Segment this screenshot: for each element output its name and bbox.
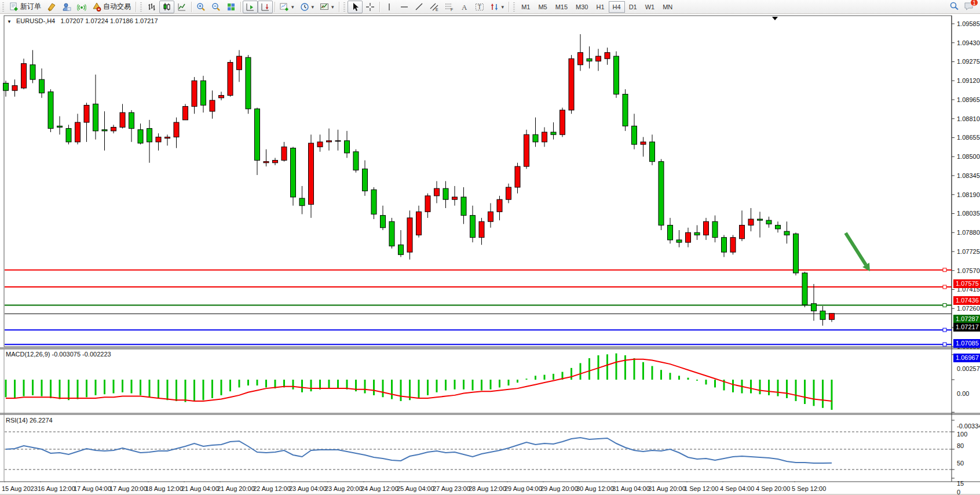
- macd-indicator: [6, 354, 832, 410]
- notification-badge: 1: [970, 0, 978, 6]
- date-tick-label: 27 Aug 23:00: [433, 485, 470, 492]
- date-tick-label: 4 Sep 04:00: [720, 485, 754, 492]
- timeframe-button-m5[interactable]: M5: [534, 1, 551, 13]
- signals-button[interactable]: [74, 1, 89, 13]
- toolbar-separator: [191, 2, 192, 12]
- bar-chart-button[interactable]: [144, 1, 159, 13]
- crosshair-icon: [365, 2, 375, 12]
- zoom-in-icon: [196, 2, 206, 12]
- indicator-axis-label: 80: [957, 442, 964, 449]
- date-tick-label: 17 Aug 20:00: [109, 485, 147, 492]
- indicator-axis-label: 100: [957, 431, 967, 438]
- date-tick-label: 16 Aug 12:00: [38, 485, 75, 492]
- timeframe-button-h4[interactable]: H4: [609, 1, 625, 13]
- autotrading-button[interactable]: 自动交易: [89, 1, 134, 13]
- timeframe-button-m1[interactable]: M1: [517, 1, 534, 13]
- auto-scroll-icon: [246, 2, 255, 12]
- metaeditor-icon: [47, 2, 56, 12]
- notifications-button[interactable]: 1: [964, 1, 974, 13]
- price-level-badge: 1.07287: [953, 315, 980, 323]
- metaeditor-button[interactable]: [44, 1, 59, 13]
- price-level-badge: 1.07085: [953, 339, 980, 348]
- toolbar-grip[interactable]: [140, 2, 142, 12]
- chart-shift-button[interactable]: [258, 1, 273, 13]
- toolbar-separator: [339, 2, 339, 12]
- signals-icon: [77, 2, 86, 12]
- timeframe-button-m30[interactable]: M30: [572, 1, 592, 13]
- timeframe-button-w1[interactable]: W1: [641, 1, 659, 13]
- fibonacci-button[interactable]: F: [442, 1, 457, 13]
- price-tick-label: 1.08035: [957, 210, 980, 217]
- zoom-in-button[interactable]: [193, 1, 209, 13]
- price-tick-label: 1.08345: [957, 172, 980, 179]
- chart-window[interactable]: ▼ EURUSD-,H4 1.07207 1.07224 1.07186 1.0…: [0, 14, 980, 495]
- community-button[interactable]: [59, 1, 74, 13]
- price-tick-label: 1.08190: [957, 191, 980, 198]
- symbol-dropdown-icon[interactable]: ▼: [7, 19, 12, 24]
- ohlc-values: 1.07207 1.07224 1.07186 1.07217: [60, 17, 158, 24]
- auto-scroll-button[interactable]: [243, 1, 258, 13]
- search-icon[interactable]: [949, 1, 959, 13]
- indicators-button[interactable]: ▾: [277, 1, 297, 13]
- price-tick-label: 1.07880: [957, 229, 980, 236]
- toolbar-separator: [240, 2, 241, 12]
- indicators-icon: [280, 2, 289, 12]
- arrows-icon: [490, 2, 499, 12]
- price-level-badge: 1.06967: [953, 354, 980, 362]
- price-tick-label: 1.07725: [957, 248, 980, 255]
- price-tick-label: 1.08655: [957, 134, 980, 141]
- svg-text:E: E: [436, 8, 438, 12]
- dropdown-caret: ▾: [312, 4, 315, 10]
- timeframe-button-m15[interactable]: M15: [551, 1, 572, 13]
- new-order-button[interactable]: 新订单: [6, 1, 44, 13]
- price-level-badge: 1.07217: [953, 323, 980, 332]
- autotrading-icon: [92, 2, 101, 12]
- cursor-button[interactable]: [348, 1, 363, 13]
- price-level-badge: 1.07575: [953, 279, 980, 288]
- timeframe-button-d1[interactable]: D1: [625, 1, 641, 13]
- price-tick-label: 1.09585: [957, 20, 980, 27]
- vertical-line-button[interactable]: [382, 1, 397, 13]
- horizontal-line-button[interactable]: [397, 1, 412, 13]
- bar-chart-icon: [147, 2, 156, 12]
- crosshair-button[interactable]: [363, 1, 378, 13]
- date-tick-label: 24 Aug 12:00: [361, 485, 398, 492]
- periods-icon: [300, 2, 309, 12]
- timeframe-button-h1[interactable]: H1: [593, 1, 609, 13]
- symbol-period-label: EURUSD-,H4: [16, 17, 55, 24]
- horizontal-line-icon: [400, 2, 409, 12]
- price-level-badge: 1.07436: [953, 296, 980, 305]
- main-toolbar: 新订单 自动交易 ▾ ▾: [0, 0, 980, 14]
- toolbar-separator: [509, 2, 509, 12]
- date-tick-label: 22 Aug 12:00: [253, 485, 291, 492]
- price-chart-canvas[interactable]: 1.095851.094301.092751.091201.089651.088…: [0, 14, 980, 495]
- line-chart-button[interactable]: [174, 1, 189, 13]
- autotrading-label: 自动交易: [103, 2, 131, 12]
- zoom-out-button[interactable]: [209, 1, 224, 13]
- templates-button[interactable]: ▾: [317, 1, 337, 13]
- dropdown-caret: ▾: [291, 4, 294, 10]
- arrows-button[interactable]: ▾: [487, 1, 507, 13]
- date-tick-label: 21 Aug 04:00: [181, 485, 219, 492]
- timeframe-button-mn[interactable]: MN: [659, 1, 677, 13]
- date-tick-label: 29 Aug 20:00: [540, 485, 578, 492]
- date-tick-label: 18 Aug 12:00: [145, 485, 183, 492]
- text-label-button[interactable]: T: [472, 1, 487, 13]
- candlestick-chart-button[interactable]: [159, 1, 174, 13]
- trendline-icon: [415, 2, 424, 12]
- price-tick-label: 1.09430: [957, 39, 980, 46]
- toolbar-grip[interactable]: [2, 2, 5, 12]
- price-tick-label: 1.09120: [957, 77, 980, 84]
- toolbar-grip[interactable]: [343, 2, 346, 12]
- date-axis[interactable]: 15 Aug 202316 Aug 12:0017 Aug 04:0017 Au…: [0, 482, 980, 495]
- periods-button[interactable]: ▾: [297, 1, 317, 13]
- tile-windows-button[interactable]: [224, 1, 239, 13]
- trendline-button[interactable]: [412, 1, 427, 13]
- date-tick-label: 5 Sep 12:00: [792, 485, 826, 492]
- chart-shift-icon: [261, 2, 270, 12]
- equidistant-channel-button[interactable]: E: [427, 1, 442, 13]
- text-button[interactable]: A: [457, 1, 472, 13]
- vertical-line-icon: [385, 2, 394, 12]
- toolbar-grip[interactable]: [513, 2, 515, 12]
- indicator-axis-label: 15: [957, 480, 964, 487]
